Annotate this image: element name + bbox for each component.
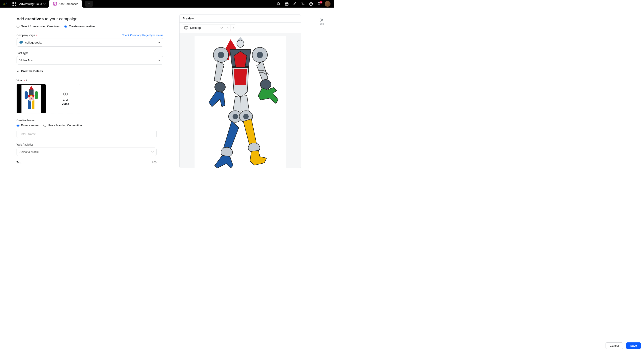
text-char-count: 600	[152, 161, 156, 164]
svg-point-22	[257, 52, 263, 58]
product-name-label: Advertising Cloud	[19, 2, 42, 5]
svg-point-0	[6, 1, 7, 2]
form-panel: Add creatives to your campaign Select fr…	[0, 7, 166, 172]
tab-ads-composer[interactable]: Ads Composer	[49, 0, 82, 7]
user-avatar[interactable]	[325, 1, 330, 7]
preview-body	[180, 33, 301, 168]
search-icon[interactable]	[276, 1, 281, 6]
preview-next-button[interactable]	[231, 25, 236, 31]
preview-header: Preview	[180, 14, 301, 22]
desktop-icon	[184, 26, 188, 29]
close-icon	[320, 18, 324, 22]
robot-illustration-large	[196, 36, 285, 168]
radio-enter-name[interactable]: Enter a name	[16, 124, 38, 127]
web-analytics-placeholder: Select a profile	[20, 150, 39, 154]
product-switcher[interactable]: Advertising Cloud	[19, 2, 46, 5]
top-bar: Advertising Cloud Ads Composer 11 5	[0, 0, 334, 7]
post-type-value: Video Post	[20, 59, 34, 62]
chevron-down-icon	[220, 27, 223, 29]
notifications-icon[interactable]: 5	[317, 1, 321, 6]
svg-rect-12	[32, 100, 34, 109]
company-page-select[interactable]: collegepedia	[16, 38, 163, 47]
phone-icon[interactable]	[300, 1, 305, 6]
svg-point-20	[215, 82, 226, 92]
radio-naming-convention[interactable]: Use a Naming Convention	[44, 124, 82, 127]
preview-prev-button[interactable]	[225, 25, 231, 31]
creative-name-label: Creative Name	[16, 119, 166, 122]
creative-details-section[interactable]: Creative Details	[16, 69, 156, 73]
creative-details-label: Creative Details	[21, 69, 43, 73]
company-avatar-icon	[20, 41, 23, 44]
tab-label: Ads Composer	[58, 2, 78, 5]
notification-badge: 5	[320, 1, 322, 3]
company-page-value: collegepedia	[25, 41, 42, 44]
close-label: esc	[320, 22, 324, 25]
app-logo[interactable]	[2, 1, 8, 6]
chevron-down-icon	[158, 59, 160, 61]
chevron-down-icon	[16, 70, 19, 73]
close-button[interactable]: esc	[320, 18, 324, 25]
svg-point-6	[310, 4, 311, 5]
svg-rect-10	[35, 91, 38, 99]
svg-rect-8	[29, 90, 34, 95]
play-icon	[28, 96, 34, 102]
web-analytics-select[interactable]: Select a profile	[16, 148, 156, 156]
compose-icon[interactable]	[292, 1, 297, 6]
svg-rect-9	[24, 91, 28, 99]
chevron-down-icon	[152, 151, 154, 153]
chevron-right-icon	[232, 27, 234, 29]
preview-panel: esc Preview Desktop	[166, 7, 334, 172]
radio-new-creative[interactable]: Create new creative	[64, 24, 95, 28]
apps-grid-icon[interactable]	[12, 2, 16, 6]
help-icon[interactable]	[308, 1, 313, 6]
plus-circle-icon: +	[63, 92, 68, 96]
post-type-label: Post Type	[16, 52, 166, 55]
company-page-label: Company Page•	[16, 34, 37, 37]
svg-text:11: 11	[286, 3, 288, 5]
svg-point-25	[232, 114, 238, 119]
name-mode-radio-group: Enter a name Use a Naming Convention	[16, 124, 166, 127]
preview-controls: Desktop	[180, 22, 301, 33]
svg-rect-11	[28, 100, 31, 109]
web-analytics-label: Web Analytics	[16, 143, 166, 146]
radio-enter-name-label: Enter a name	[21, 124, 38, 127]
chevron-down-icon	[158, 41, 160, 43]
device-value: Desktop	[190, 26, 201, 29]
svg-point-28	[243, 114, 249, 119]
top-right-actions: 11 5	[276, 1, 334, 7]
chevron-left-icon	[227, 27, 229, 29]
info-icon[interactable]: i	[26, 79, 27, 82]
page-title: Add creatives to your campaign	[16, 16, 166, 21]
creative-name-input[interactable]	[16, 130, 156, 138]
radio-existing-creatives[interactable]: Select from existing Creatives	[16, 24, 60, 28]
svg-point-16	[237, 40, 244, 47]
svg-rect-14	[184, 26, 188, 28]
video-thumbnail[interactable]	[16, 84, 46, 113]
calendar-icon[interactable]: 11	[284, 1, 289, 6]
creative-source-radio-group: Select from existing Creatives Create ne…	[16, 24, 166, 28]
device-select[interactable]: Desktop	[182, 24, 225, 31]
svg-point-2	[277, 2, 279, 4]
radio-naming-convention-label: Use a Naming Convention	[48, 124, 82, 127]
sync-status-link[interactable]: Check Company Page Sync status	[122, 34, 163, 37]
text-label: Text	[16, 161, 22, 164]
add-video-button[interactable]: + Add Video	[51, 84, 80, 113]
post-type-select[interactable]: Video Post	[16, 56, 163, 64]
svg-point-19	[218, 52, 224, 58]
new-tab-button[interactable]	[85, 1, 93, 7]
video-label: Video• i	[16, 79, 166, 82]
radio-new-label: Create new creative	[69, 24, 95, 28]
preview-card: Preview Desktop	[179, 14, 301, 168]
preview-post	[194, 36, 286, 168]
radio-existing-label: Select from existing Creatives	[21, 24, 60, 28]
preview-nav-arrows	[225, 24, 236, 31]
